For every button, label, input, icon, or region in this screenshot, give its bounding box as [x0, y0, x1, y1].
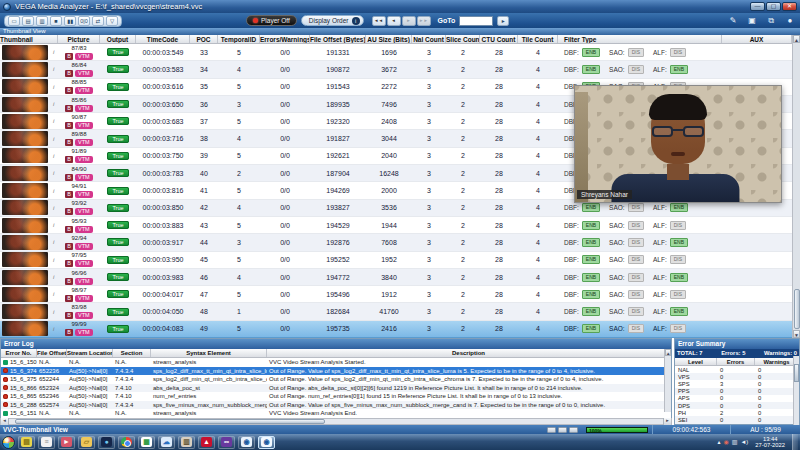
summary-column-errors[interactable]: Errors [717, 358, 755, 365]
error-log-column-stream-location[interactable]: Stream Location [67, 349, 113, 357]
column-header-tile-count[interactable]: Tile Count [518, 35, 558, 43]
nav-prev-button[interactable]: ◄ [387, 16, 401, 26]
status-button-3[interactable] [569, 427, 578, 433]
error-log-column-description[interactable]: Description [267, 349, 671, 357]
frame-thumbnail-image[interactable] [2, 321, 48, 336]
goto-input[interactable] [459, 16, 493, 26]
table-row[interactable]: i87/83BVTMTrue00:00:03:5493350/019133116… [0, 44, 792, 61]
frame-thumbnail-image[interactable] [2, 183, 48, 198]
status-button-1[interactable] [547, 427, 556, 433]
player-view-button[interactable]: ▭ [8, 16, 20, 26]
column-header-file-offset-bytes-[interactable]: File Offset (Bytes) [310, 35, 366, 43]
pdf-reader-icon[interactable]: ▲ [198, 436, 215, 449]
frame-thumbnail-image[interactable] [2, 131, 48, 146]
summary-row[interactable]: PH20 [675, 409, 799, 416]
column-header-poc[interactable]: POC [190, 35, 218, 43]
photo-viewer-icon[interactable]: ▦ [138, 436, 155, 449]
table-vertical-scrollbar[interactable]: ▲ ▼ [792, 35, 800, 338]
summary-row[interactable]: SPS30 [675, 380, 799, 387]
windows-layout-icon[interactable]: ▣ [746, 15, 758, 26]
frame-thumbnail-image[interactable] [2, 218, 48, 233]
column-header-slice-count[interactable]: Slice Count [446, 35, 480, 43]
error-log-row[interactable]: 15_6_151N.A.N.A.N.A.stream_analysisVVC V… [1, 409, 671, 418]
frame-thumbnail-image[interactable] [2, 79, 48, 94]
frame-thumbnail-image[interactable] [2, 97, 48, 112]
error-log-row[interactable]: 15_6_865652346Au[50]->Nal[0]7.4.10num_re… [1, 392, 671, 401]
minimize-button[interactable]: — [750, 2, 765, 11]
error-log-scrollbar[interactable]: ▲ [664, 349, 671, 412]
table-row[interactable]: i95/93BVTMTrue00:00:03:8834350/019452919… [0, 217, 792, 234]
frame-thumbnail-image[interactable] [2, 287, 48, 302]
error-log-horizontal-scrollbar[interactable]: ◄ ► [0, 418, 672, 425]
stats-view-button[interactable]: ▥ [36, 16, 48, 26]
summary-row[interactable]: SEI00 [675, 416, 799, 423]
error-log-column-error-no-[interactable]: Error No. [1, 349, 37, 357]
visual-studio-icon[interactable]: ∞ [218, 436, 235, 449]
nav-next-button[interactable]: ► [402, 16, 416, 26]
table-row[interactable]: i99/99BVTMTrue00:00:04:0834950/019573524… [0, 321, 792, 338]
explorer-folder-icon[interactable]: ▱ [78, 436, 95, 449]
compare-button[interactable]: 0|0 [78, 16, 90, 26]
scroll-left-icon[interactable]: ◄ [1, 418, 9, 425]
document-icon[interactable]: ≡ [38, 436, 55, 449]
display-order-dropdown[interactable]: Display Order i [301, 15, 364, 26]
tray-network-icon[interactable]: ▥ [732, 436, 738, 449]
table-row[interactable]: i92/94BVTMTrue00:00:03:9174430/019287676… [0, 234, 792, 251]
error-log-row[interactable]: 15_6_150N.A.N.A.N.A.stream_analysisVVC V… [1, 358, 671, 367]
frame-thumbnail-image[interactable] [2, 148, 48, 163]
frame-thumbnail-image[interactable] [2, 62, 48, 77]
error-log-row[interactable]: 15_6_375652244Au[50]->Nal[0]7.4.3.4sps_l… [1, 375, 671, 384]
column-header-ctu-count[interactable]: CTU Count [480, 35, 518, 43]
browser-icon[interactable]: ● [98, 436, 115, 449]
grid-view-button[interactable]: ▤ [22, 16, 34, 26]
summary-row[interactable]: VPS00 [675, 373, 799, 380]
frame-thumbnail-image[interactable] [2, 45, 48, 60]
scroll-up-icon[interactable]: ▲ [793, 35, 800, 43]
table-row[interactable]: i98/97BVTMTrue00:00:04:0174750/019549619… [0, 286, 792, 303]
column-header-thumbnail[interactable]: Thumbnail [0, 35, 58, 43]
column-header-timecode[interactable]: TimeCode [136, 35, 190, 43]
column-header-filter-type[interactable]: Filter Type [558, 35, 722, 43]
table-row[interactable]: i97/95BVTMTrue00:00:03:9504550/019525219… [0, 252, 792, 269]
hex-view-button[interactable]: ⇄ [92, 16, 104, 26]
scrollbar-thumb[interactable] [794, 364, 799, 382]
help-icon[interactable]: ● [784, 15, 796, 26]
nav-first-button[interactable]: ◄◄ [372, 16, 386, 26]
error-log-row[interactable]: 15_6_866652324Au[50]->Nal[0]7.4.10abs_de… [1, 384, 671, 393]
export-window-icon[interactable]: ⧉ [765, 15, 777, 26]
table-row[interactable]: i83/98BVTMTrue00:00:04:0504810/018268441… [0, 303, 792, 320]
column-header-nal-count[interactable]: Nal Count [412, 35, 446, 43]
frame-thumbnail-image[interactable] [2, 270, 48, 285]
error-log-row[interactable]: 15_6_288652574Au[50]->Nal[0]7.4.3.4sps_f… [1, 401, 671, 410]
filter-button[interactable]: ▽ [106, 16, 118, 26]
sticky-notes-icon[interactable]: ▤ [18, 436, 35, 449]
scroll-down-icon[interactable]: ▼ [793, 330, 800, 338]
media-player-icon[interactable]: ► [58, 436, 75, 449]
error-summary-scrollbar[interactable] [793, 356, 799, 426]
archive-app-icon[interactable]: ▥ [178, 436, 195, 449]
column-header-aux[interactable]: AUX [722, 35, 792, 43]
close-button[interactable]: ✕ [782, 2, 797, 11]
scrollbar-thumb[interactable] [794, 289, 800, 329]
start-button[interactable] [2, 436, 15, 449]
show-desktop-button[interactable] [792, 434, 798, 450]
frame-thumbnail-image[interactable] [2, 166, 48, 181]
table-row[interactable]: i86/84BVTMTrue00:00:03:5833440/019087236… [0, 61, 792, 78]
frame-thumbnail-image[interactable] [2, 235, 48, 250]
frame-thumbnail-image[interactable] [2, 200, 48, 215]
summary-row[interactable]: NAL00 [675, 366, 799, 373]
summary-row[interactable]: APS00 [675, 395, 799, 402]
summary-row[interactable]: DPS00 [675, 402, 799, 409]
vega-analyzer-icon[interactable]: ◉ [238, 436, 255, 449]
pause-button[interactable]: ▮▮ [64, 16, 76, 26]
vega-analyzer-active-icon[interactable]: ◉ [258, 436, 275, 449]
stop-button[interactable]: ■ [50, 16, 62, 26]
frame-thumbnail-image[interactable] [2, 252, 48, 267]
tray-volume-icon[interactable]: ◄) [740, 436, 748, 449]
player-toggle[interactable]: Player Off [246, 15, 297, 26]
error-log-column-section[interactable]: Section [113, 349, 151, 357]
summary-row[interactable]: PPS00 [675, 388, 799, 395]
hscrollbar-thumb[interactable] [15, 419, 325, 424]
column-header-au-size-bits-[interactable]: AU Size (Bits) [366, 35, 412, 43]
error-log-column-syntax-element[interactable]: Syntax Element [151, 349, 267, 357]
